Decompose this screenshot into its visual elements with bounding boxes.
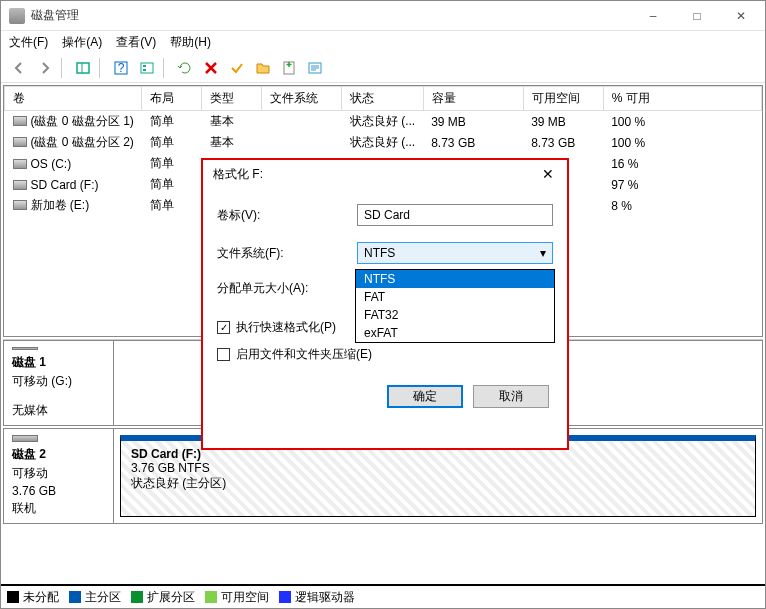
disk-sub: 可移动 (G:) (12, 373, 105, 390)
table-row[interactable]: (磁盘 0 磁盘分区 1)简单基本状态良好 (...39 MB39 MB100 … (5, 111, 762, 133)
disk-icon (12, 347, 38, 350)
dropdown-option[interactable]: FAT32 (356, 306, 554, 324)
col-fs[interactable]: 文件系统 (262, 87, 342, 111)
menu-view[interactable]: 查看(V) (116, 34, 156, 51)
minimize-button[interactable]: – (631, 2, 675, 30)
volume-icon (13, 200, 27, 210)
dropdown-option[interactable]: NTFS (356, 270, 554, 288)
dialog-titlebar: 格式化 F: ✕ (203, 160, 567, 188)
chevron-down-icon: ▾ (540, 246, 546, 260)
quick-format-label: 执行快速格式化(P) (236, 319, 336, 336)
maximize-button[interactable]: □ (675, 2, 719, 30)
filesystem-select[interactable]: NTFS ▾ (357, 242, 553, 264)
volume-icon (13, 180, 27, 190)
filesystem-value: NTFS (364, 246, 395, 260)
toolbar: ? (1, 53, 765, 83)
disk-name: 磁盘 2 (12, 446, 105, 463)
volume-label-input[interactable] (357, 204, 553, 226)
titlebar: 磁盘管理 – □ ✕ (1, 1, 765, 31)
delete-icon[interactable] (199, 56, 223, 80)
new-icon[interactable] (277, 56, 301, 80)
col-volume[interactable]: 卷 (5, 87, 142, 111)
volume-icon (13, 116, 27, 126)
volume-icon (13, 159, 27, 169)
svg-text:?: ? (118, 61, 125, 75)
compress-checkbox[interactable] (217, 348, 230, 361)
col-type[interactable]: 类型 (202, 87, 262, 111)
dropdown-option[interactable]: FAT (356, 288, 554, 306)
dropdown-option[interactable]: exFAT (356, 324, 554, 342)
disk-name: 磁盘 1 (12, 354, 105, 371)
filesystem-dropdown[interactable]: NTFS FAT FAT32 exFAT (355, 269, 555, 343)
help-icon[interactable]: ? (109, 56, 133, 80)
menu-action[interactable]: 操作(A) (62, 34, 102, 51)
window-title: 磁盘管理 (31, 7, 631, 24)
col-status[interactable]: 状态 (342, 87, 423, 111)
check-icon[interactable] (225, 56, 249, 80)
legend-primary: 主分区 (69, 589, 121, 606)
col-layout[interactable]: 布局 (142, 87, 202, 111)
svg-rect-5 (143, 65, 146, 67)
label-alloc: 分配单元大小(A): (217, 280, 357, 297)
separator (61, 58, 67, 78)
dialog-title: 格式化 F: (213, 166, 533, 183)
legend-unalloc: 未分配 (7, 589, 59, 606)
separator (99, 58, 105, 78)
partition-size: 3.76 GB NTFS (131, 461, 210, 475)
legend: 未分配 主分区 扩展分区 可用空间 逻辑驱动器 (1, 584, 765, 608)
disk-sub: 联机 (12, 500, 105, 517)
col-capacity[interactable]: 容量 (423, 87, 523, 111)
cancel-button[interactable]: 取消 (473, 385, 549, 408)
disk-sub: 3.76 GB (12, 484, 105, 498)
dialog-close-button[interactable]: ✕ (533, 162, 563, 186)
menu-file[interactable]: 文件(F) (9, 34, 48, 51)
disk-icon (12, 435, 38, 442)
legend-free: 可用空间 (205, 589, 269, 606)
view-icon[interactable] (135, 56, 159, 80)
label-volume: 卷标(V): (217, 207, 357, 224)
partition-status: 状态良好 (主分区) (131, 476, 226, 490)
separator (163, 58, 169, 78)
compress-label: 启用文件和文件夹压缩(E) (236, 346, 372, 363)
disk-info[interactable]: 磁盘 2 可移动 3.76 GB 联机 (4, 429, 114, 523)
forward-button[interactable] (33, 56, 57, 80)
col-free[interactable]: 可用空间 (523, 87, 603, 111)
svg-rect-0 (77, 63, 89, 73)
label-filesystem: 文件系统(F): (217, 245, 357, 262)
disk-sub: 可移动 (12, 465, 105, 482)
svg-rect-4 (141, 63, 153, 73)
svg-rect-6 (143, 69, 146, 71)
close-button[interactable]: ✕ (719, 2, 763, 30)
menu-help[interactable]: 帮助(H) (170, 34, 211, 51)
table-row[interactable]: (磁盘 0 磁盘分区 2)简单基本状态良好 (...8.73 GB8.73 GB… (5, 132, 762, 153)
volume-icon (13, 137, 27, 147)
quick-format-checkbox[interactable]: ✓ (217, 321, 230, 334)
legend-logical: 逻辑驱动器 (279, 589, 355, 606)
refresh-icon[interactable] (173, 56, 197, 80)
settings-icon[interactable] (303, 56, 327, 80)
menubar: 文件(F) 操作(A) 查看(V) 帮助(H) (1, 31, 765, 53)
ok-button[interactable]: 确定 (387, 385, 463, 408)
disk-sub: 无媒体 (12, 402, 105, 419)
folder-icon[interactable] (251, 56, 275, 80)
disk-info[interactable]: 磁盘 1 可移动 (G:) 无媒体 (4, 341, 114, 425)
app-icon (9, 8, 25, 24)
col-pct[interactable]: % 可用 (603, 87, 761, 111)
legend-ext: 扩展分区 (131, 589, 195, 606)
up-button[interactable] (71, 56, 95, 80)
back-button[interactable] (7, 56, 31, 80)
